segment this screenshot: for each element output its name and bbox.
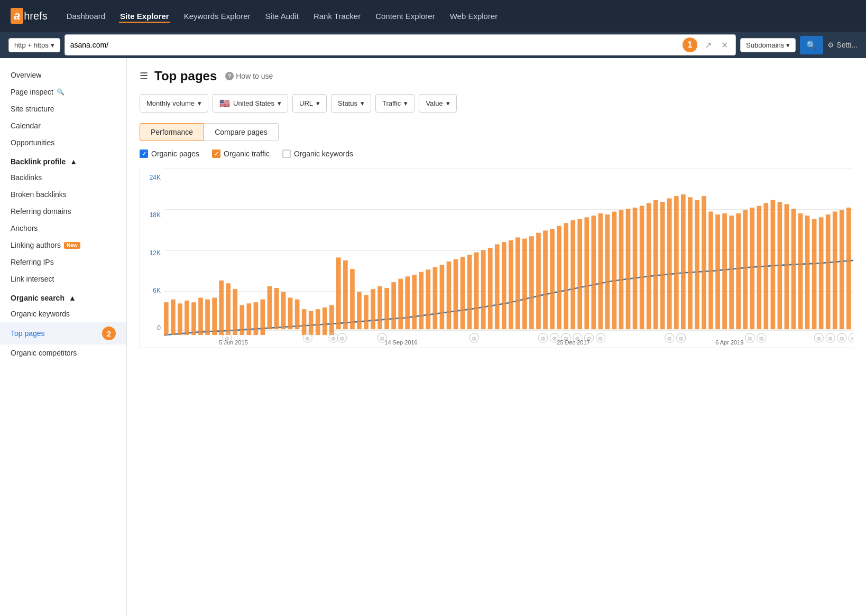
- nav-dashboard[interactable]: Dashboard: [66, 10, 106, 23]
- svg-rect-79: [708, 211, 713, 329]
- sidebar-item-overview[interactable]: Overview: [0, 67, 126, 83]
- y-label-6k: 6K: [140, 287, 164, 294]
- settings-label: Setti...: [836, 41, 858, 49]
- nav-web-explorer[interactable]: Web Explorer: [449, 10, 499, 23]
- filter-status[interactable]: Status ▾: [331, 94, 371, 113]
- organic-pages-label: Organic pages: [151, 150, 199, 158]
- sidebar-item-page-inspect[interactable]: Page inspect 🔍: [0, 83, 126, 100]
- protocol-arrow-icon: ▾: [51, 41, 54, 49]
- tab-performance[interactable]: Performance: [140, 123, 204, 141]
- organic-keywords-label: Organic keywords: [294, 150, 353, 158]
- svg-rect-81: [722, 213, 727, 330]
- logo: a hrefs: [11, 8, 48, 24]
- svg-rect-23: [323, 307, 327, 335]
- x-label-dec-2017: 25 Dec 2017: [557, 339, 589, 346]
- svg-rect-41: [447, 262, 452, 329]
- sidebar-item-organic-competitors[interactable]: Organic competitors: [0, 344, 126, 361]
- checkbox-organic-pages[interactable]: ✓ Organic pages: [140, 150, 199, 158]
- sidebar-item-organic-keywords[interactable]: Organic keywords: [0, 305, 126, 322]
- checkbox-organic-traffic[interactable]: ✓ Organic traffic: [212, 150, 270, 158]
- open-external-icon[interactable]: ↗: [703, 38, 714, 52]
- filter-url[interactable]: URL ▾: [292, 94, 327, 113]
- sidebar-item-referring-domains[interactable]: Referring domains: [0, 203, 126, 220]
- sidebar-item-backlinks[interactable]: Backlinks: [0, 169, 126, 186]
- svg-rect-75: [681, 194, 686, 329]
- settings-button[interactable]: ⚙ Setti...: [827, 41, 858, 49]
- nav-keywords-explorer[interactable]: Keywords Explorer: [183, 10, 252, 23]
- svg-rect-86: [757, 206, 761, 330]
- country-arrow: ▾: [278, 99, 281, 107]
- nav-content-explorer[interactable]: Content Explorer: [374, 10, 436, 23]
- step-1-badge: 1: [683, 38, 697, 52]
- backlink-section-header: Backlink profile ▲: [0, 151, 126, 169]
- svg-rect-36: [412, 275, 417, 329]
- svg-rect-98: [840, 210, 844, 329]
- svg-rect-42: [454, 259, 458, 330]
- checkbox-organic-keywords[interactable]: Organic keywords: [282, 150, 353, 158]
- svg-rect-47: [488, 248, 493, 329]
- svg-rect-9: [226, 283, 231, 335]
- filter-monthly-volume[interactable]: Monthly volume ▾: [140, 94, 208, 113]
- organic-traffic-label: Organic traffic: [224, 150, 270, 158]
- how-to-use-label: How to use: [236, 72, 273, 80]
- sidebar-item-calendar[interactable]: Calendar: [0, 117, 126, 134]
- sidebar-item-anchors[interactable]: Anchors: [0, 220, 126, 237]
- chart-y-axis: 24K 18K 12K 6K 0: [140, 169, 164, 348]
- nav-site-explorer[interactable]: Site Explorer: [119, 10, 170, 23]
- svg-rect-28: [357, 292, 362, 330]
- sidebar-item-broken-backlinks[interactable]: Broken backlinks: [0, 186, 126, 203]
- how-to-use-link[interactable]: ? How to use: [225, 72, 273, 80]
- svg-rect-38: [426, 269, 431, 329]
- page-title: Top pages: [154, 69, 217, 83]
- svg-rect-4: [191, 302, 196, 335]
- svg-rect-53: [529, 236, 534, 329]
- content-area: ☰ Top pages ? How to use Monthly volume …: [127, 58, 866, 616]
- svg-rect-80: [715, 214, 720, 329]
- sidebar-item-link-intersect[interactable]: Link intersect: [0, 270, 126, 287]
- organic-section-header: Organic search ▲: [0, 287, 126, 305]
- protocol-selector[interactable]: http + https ▾: [8, 38, 60, 52]
- svg-rect-33: [391, 282, 396, 329]
- url-filter-label: URL: [299, 99, 313, 107]
- svg-rect-46: [481, 250, 486, 329]
- performance-chart: 24K 18K 12K 6K 0: [140, 169, 853, 348]
- svg-rect-37: [419, 272, 423, 330]
- tab-compare-pages[interactable]: Compare pages: [204, 123, 279, 141]
- y-label-12k: 12K: [140, 249, 164, 257]
- filter-value[interactable]: Value ▾: [419, 94, 456, 113]
- nav-rank-tracker[interactable]: Rank Tracker: [312, 10, 362, 23]
- hamburger-icon[interactable]: ☰: [140, 70, 148, 82]
- checkmark-icon: ✓: [142, 151, 146, 157]
- svg-rect-12: [246, 303, 251, 335]
- filter-country[interactable]: 🇺🇸 United States ▾: [213, 94, 288, 113]
- svg-rect-57: [557, 226, 561, 330]
- url-input[interactable]: [70, 41, 677, 49]
- sidebar-item-site-structure[interactable]: Site structure: [0, 100, 126, 117]
- chart-x-axis: 5 Jun 2015 14 Sep 2016 25 Dec 2017 6 Apr…: [164, 332, 853, 348]
- svg-rect-63: [598, 213, 603, 330]
- search-button[interactable]: 🔍: [800, 36, 823, 54]
- subdomains-selector[interactable]: Subdomains ▾: [740, 38, 796, 52]
- svg-rect-99: [846, 208, 851, 329]
- sidebar-item-referring-ips[interactable]: Referring IPs: [0, 254, 126, 270]
- clear-url-icon[interactable]: ✕: [719, 38, 730, 52]
- svg-rect-7: [212, 297, 217, 335]
- traffic-filter-arrow: ▾: [404, 99, 408, 107]
- svg-rect-11: [239, 305, 244, 335]
- svg-rect-26: [343, 260, 348, 329]
- svg-rect-15: [268, 286, 272, 329]
- sidebar-item-opportunities[interactable]: Opportunities: [0, 134, 126, 151]
- filter-traffic[interactable]: Traffic ▾: [375, 94, 414, 113]
- y-label-18k: 18K: [140, 211, 164, 219]
- svg-rect-1: [171, 300, 176, 335]
- svg-rect-17: [281, 292, 286, 330]
- svg-rect-90: [785, 204, 789, 329]
- linking-authors-label: Linking authors: [11, 241, 61, 249]
- svg-rect-10: [233, 289, 237, 335]
- sidebar-item-linking-authors[interactable]: Linking authors New: [0, 237, 126, 254]
- nav-site-audit[interactable]: Site Audit: [264, 10, 300, 23]
- logo-text: hrefs: [24, 10, 47, 22]
- svg-rect-22: [316, 309, 320, 335]
- sidebar-item-top-pages[interactable]: Top pages 2: [0, 322, 126, 344]
- sidebar: Overview Page inspect 🔍 Site structure C…: [0, 58, 127, 616]
